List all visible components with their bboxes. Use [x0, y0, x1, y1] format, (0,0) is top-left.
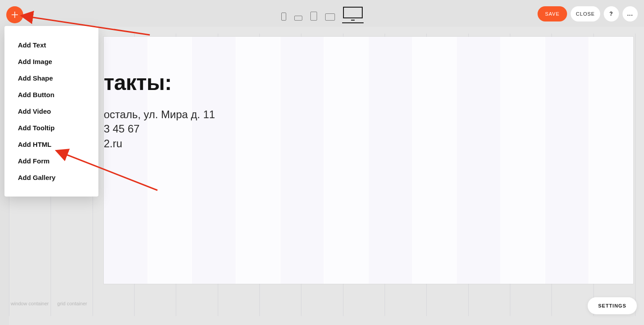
add-element-popup: Add Text Add Image Add Shape Add Button … [4, 26, 98, 197]
device-tablet-portrait[interactable] [310, 12, 317, 21]
device-desktop[interactable] [343, 7, 363, 21]
add-button-item[interactable]: Add Button [4, 86, 98, 103]
page-heading[interactable]: такты: [104, 70, 215, 95]
page-canvas[interactable]: такты: осталь, ул. Мира д. 11 3 45 67 2.… [104, 37, 633, 284]
save-button[interactable]: SAVE [538, 6, 567, 21]
device-mobile-portrait[interactable] [281, 13, 286, 21]
close-button[interactable]: CLOSE [571, 6, 600, 21]
toolbar-right-group: SAVE CLOSE ? ... [538, 6, 638, 21]
add-form-item[interactable]: Add Form [4, 153, 98, 169]
device-mobile-landscape[interactable] [294, 16, 302, 21]
add-tooltip-item[interactable]: Add Tooltip [4, 120, 98, 136]
add-element-button[interactable] [6, 6, 23, 23]
settings-button[interactable]: SETTINGS [588, 297, 637, 314]
add-html-item[interactable]: Add HTML [4, 136, 98, 153]
add-text-item[interactable]: Add Text [4, 37, 98, 53]
breadcrumb: window container grid container [11, 301, 94, 306]
breadcrumb-grid-container[interactable]: grid container [57, 301, 87, 306]
help-button[interactable]: ? [604, 6, 619, 21]
page-body-text[interactable]: осталь, ул. Мира д. 11 3 45 67 2.ru [104, 107, 215, 151]
add-shape-item[interactable]: Add Shape [4, 70, 98, 86]
plus-icon [11, 11, 19, 19]
breadcrumb-window-container[interactable]: window container [11, 301, 49, 306]
more-button[interactable]: ... [623, 6, 638, 21]
device-tablet-landscape[interactable] [325, 13, 335, 21]
add-video-item[interactable]: Add Video [4, 103, 98, 120]
canvas-content: такты: осталь, ул. Мира д. 11 3 45 67 2.… [104, 70, 215, 151]
add-image-item[interactable]: Add Image [4, 53, 98, 70]
device-preview-switcher [281, 0, 363, 27]
top-toolbar: SAVE CLOSE ? ... [0, 0, 644, 27]
add-gallery-item[interactable]: Add Gallery [4, 169, 98, 186]
